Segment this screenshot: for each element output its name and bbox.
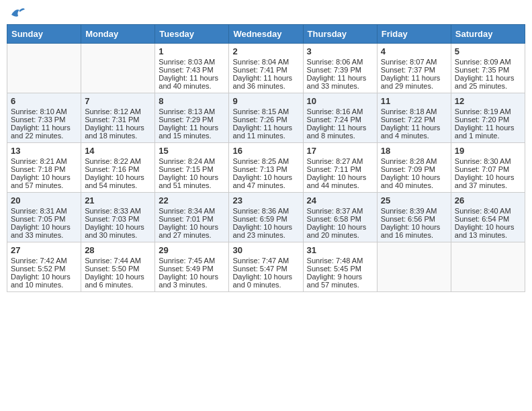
sunset-text: Sunset: 6:54 PM xyxy=(455,215,521,223)
sunrise-text: Sunrise: 8:18 AM xyxy=(381,107,447,116)
sunset-text: Sunset: 7:20 PM xyxy=(455,116,521,124)
sunset-text: Sunset: 7:31 PM xyxy=(85,116,151,124)
sunrise-text: Sunrise: 8:36 AM xyxy=(232,207,299,215)
calendar-cell: 4Sunrise: 8:07 AMSunset: 7:37 PMDaylight… xyxy=(377,44,451,93)
sunrise-text: Sunrise: 8:19 AM xyxy=(455,107,521,116)
sunrise-text: Sunrise: 7:42 AM xyxy=(11,257,77,265)
calendar-cell: 16Sunrise: 8:25 AMSunset: 7:13 PMDayligh… xyxy=(229,143,303,193)
calendar-cell: 21Sunrise: 8:33 AMSunset: 7:03 PMDayligh… xyxy=(81,193,155,242)
sunrise-text: Sunrise: 8:34 AM xyxy=(159,207,225,215)
daylight-text: Daylight: 10 hours and 30 minutes. xyxy=(85,223,151,239)
calendar-week-row: 20Sunrise: 8:31 AMSunset: 7:05 PMDayligh… xyxy=(7,193,525,242)
calendar-table: SundayMondayTuesdayWednesdayThursdayFrid… xyxy=(7,24,525,292)
sunset-text: Sunset: 7:15 PM xyxy=(159,165,225,173)
daylight-text: Daylight: 10 hours and 10 minutes. xyxy=(11,273,77,289)
sunrise-text: Sunrise: 8:28 AM xyxy=(381,157,447,165)
sunset-text: Sunset: 6:58 PM xyxy=(307,215,373,223)
daylight-text: Daylight: 10 hours and 37 minutes. xyxy=(455,173,521,189)
sunrise-text: Sunrise: 8:30 AM xyxy=(455,157,521,165)
day-number: 20 xyxy=(11,195,77,205)
calendar-cell: 6Sunrise: 8:10 AMSunset: 7:33 PMDaylight… xyxy=(7,93,81,143)
calendar-cell: 1Sunrise: 8:03 AMSunset: 7:43 PMDaylight… xyxy=(155,44,229,93)
daylight-text: Daylight: 11 hours and 4 minutes. xyxy=(381,124,447,140)
calendar-cell xyxy=(377,242,451,292)
calendar-cell: 31Sunrise: 7:48 AMSunset: 5:45 PMDayligh… xyxy=(303,242,377,292)
day-number: 16 xyxy=(232,146,299,156)
sunset-text: Sunset: 7:26 PM xyxy=(232,116,299,124)
sunset-text: Sunset: 5:47 PM xyxy=(232,265,299,273)
daylight-text: Daylight: 11 hours and 8 minutes. xyxy=(307,124,373,140)
daylight-text: Daylight: 10 hours and 57 minutes. xyxy=(11,173,77,189)
daylight-text: Daylight: 11 hours and 25 minutes. xyxy=(455,74,521,90)
daylight-text: Daylight: 11 hours and 40 minutes. xyxy=(159,74,225,90)
day-number: 29 xyxy=(159,245,225,255)
day-number: 17 xyxy=(307,146,373,156)
calendar-cell: 27Sunrise: 7:42 AMSunset: 5:52 PMDayligh… xyxy=(7,242,81,292)
calendar-cell: 14Sunrise: 8:22 AMSunset: 7:16 PMDayligh… xyxy=(81,143,155,193)
daylight-text: Daylight: 10 hours and 40 minutes. xyxy=(381,173,447,189)
daylight-text: Daylight: 10 hours and 44 minutes. xyxy=(307,173,373,189)
calendar-cell: 24Sunrise: 8:37 AMSunset: 6:58 PMDayligh… xyxy=(303,193,377,242)
calendar-cell: 23Sunrise: 8:36 AMSunset: 6:59 PMDayligh… xyxy=(229,193,303,242)
sunset-text: Sunset: 7:22 PM xyxy=(381,116,447,124)
calendar-week-row: 27Sunrise: 7:42 AMSunset: 5:52 PMDayligh… xyxy=(7,242,525,292)
sunset-text: Sunset: 5:45 PM xyxy=(307,265,373,273)
daylight-text: Daylight: 9 hours and 57 minutes. xyxy=(307,273,373,289)
day-number: 12 xyxy=(455,96,521,106)
calendar-header-row: SundayMondayTuesdayWednesdayThursdayFrid… xyxy=(7,25,525,44)
daylight-text: Daylight: 10 hours and 23 minutes. xyxy=(232,223,299,239)
day-number: 21 xyxy=(85,195,151,205)
sunrise-text: Sunrise: 8:03 AM xyxy=(159,58,225,66)
sunrise-text: Sunrise: 8:37 AM xyxy=(307,207,373,215)
sunset-text: Sunset: 7:09 PM xyxy=(381,165,447,173)
logo-bird-icon xyxy=(10,7,25,19)
sunrise-text: Sunrise: 8:21 AM xyxy=(11,157,77,165)
day-number: 14 xyxy=(85,146,151,156)
sunrise-text: Sunrise: 7:45 AM xyxy=(159,257,225,265)
col-header-thursday: Thursday xyxy=(303,25,377,44)
sunset-text: Sunset: 7:39 PM xyxy=(307,66,373,74)
daylight-text: Daylight: 10 hours and 20 minutes. xyxy=(307,223,373,239)
daylight-text: Daylight: 10 hours and 51 minutes. xyxy=(159,173,225,189)
day-number: 24 xyxy=(307,195,373,205)
sunset-text: Sunset: 7:43 PM xyxy=(159,66,225,74)
calendar-cell: 29Sunrise: 7:45 AMSunset: 5:49 PMDayligh… xyxy=(155,242,229,292)
daylight-text: Daylight: 10 hours and 47 minutes. xyxy=(232,173,299,189)
calendar-cell: 19Sunrise: 8:30 AMSunset: 7:07 PMDayligh… xyxy=(451,143,525,193)
calendar-cell: 11Sunrise: 8:18 AMSunset: 7:22 PMDayligh… xyxy=(377,93,451,143)
sunrise-text: Sunrise: 8:04 AM xyxy=(232,58,299,66)
calendar-cell: 28Sunrise: 7:44 AMSunset: 5:50 PMDayligh… xyxy=(81,242,155,292)
daylight-text: Daylight: 11 hours and 29 minutes. xyxy=(381,74,447,90)
sunrise-text: Sunrise: 8:27 AM xyxy=(307,157,373,165)
logo xyxy=(9,7,26,19)
daylight-text: Daylight: 11 hours and 33 minutes. xyxy=(307,74,373,90)
day-number: 13 xyxy=(11,146,77,156)
sunset-text: Sunset: 7:07 PM xyxy=(455,165,521,173)
sunrise-text: Sunrise: 8:22 AM xyxy=(85,157,151,165)
col-header-tuesday: Tuesday xyxy=(155,25,229,44)
sunrise-text: Sunrise: 8:13 AM xyxy=(159,107,225,116)
calendar-week-row: 1Sunrise: 8:03 AMSunset: 7:43 PMDaylight… xyxy=(7,44,525,93)
calendar-cell: 18Sunrise: 8:28 AMSunset: 7:09 PMDayligh… xyxy=(377,143,451,193)
sunset-text: Sunset: 7:11 PM xyxy=(307,165,373,173)
sunset-text: Sunset: 5:49 PM xyxy=(159,265,225,273)
sunset-text: Sunset: 7:37 PM xyxy=(381,66,447,74)
day-number: 15 xyxy=(159,146,225,156)
sunrise-text: Sunrise: 8:09 AM xyxy=(455,58,521,66)
calendar-cell: 22Sunrise: 8:34 AMSunset: 7:01 PMDayligh… xyxy=(155,193,229,242)
daylight-text: Daylight: 11 hours and 36 minutes. xyxy=(232,74,299,90)
calendar-cell: 2Sunrise: 8:04 AMSunset: 7:41 PMDaylight… xyxy=(229,44,303,93)
sunrise-text: Sunrise: 8:25 AM xyxy=(232,157,299,165)
day-number: 27 xyxy=(11,245,77,255)
day-number: 18 xyxy=(381,146,447,156)
day-number: 8 xyxy=(159,96,225,106)
sunset-text: Sunset: 7:13 PM xyxy=(232,165,299,173)
sunrise-text: Sunrise: 8:39 AM xyxy=(381,207,447,215)
sunset-text: Sunset: 7:16 PM xyxy=(85,165,151,173)
day-number: 31 xyxy=(307,245,373,255)
sunset-text: Sunset: 5:52 PM xyxy=(11,265,77,273)
col-header-wednesday: Wednesday xyxy=(229,25,303,44)
sunrise-text: Sunrise: 8:33 AM xyxy=(85,207,151,215)
calendar-cell: 12Sunrise: 8:19 AMSunset: 7:20 PMDayligh… xyxy=(451,93,525,143)
day-number: 28 xyxy=(85,245,151,255)
